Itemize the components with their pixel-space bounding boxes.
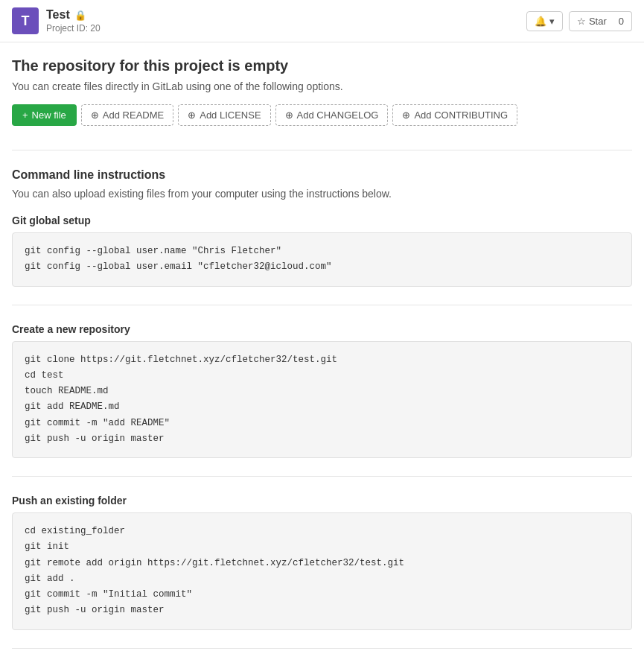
repo-empty-description: You can create files directly in GitLab … [12,80,632,92]
divider-4 [12,648,632,649]
avatar: T [12,7,39,34]
add-changelog-plus-icon: ⊕ [285,109,293,121]
chevron-down-icon: ▾ [549,16,555,27]
add-license-plus-icon: ⊕ [188,109,196,121]
add-contributing-plus-icon: ⊕ [402,109,410,121]
main-content: The repository for this project is empty… [0,42,644,651]
plus-icon: + [22,109,28,121]
divider-1 [12,150,632,150]
project-id-label: Project ID: 20 [46,23,101,34]
star-count: 0 [611,11,632,31]
cli-section-description: You can also upload existing files from … [12,188,632,200]
new-file-label: New file [32,109,66,121]
add-changelog-label: Add CHANGELOG [297,109,379,121]
project-title: Test 🔒 [46,8,101,22]
star-group: ☆ Star 0 [569,11,632,31]
project-info: Test 🔒 Project ID: 20 [46,8,101,34]
cli-section-title: Command line instructions [12,168,632,182]
add-readme-plus-icon: ⊕ [91,109,99,121]
add-readme-button[interactable]: ⊕ Add README [81,104,173,126]
add-contributing-button[interactable]: ⊕ Add CONTRIBUTING [392,104,517,126]
add-changelog-button[interactable]: ⊕ Add CHANGELOG [275,104,389,126]
star-icon: ☆ [577,16,586,27]
add-contributing-label: Add CONTRIBUTING [414,109,508,121]
repo-empty-title: The repository for this project is empty [12,57,632,74]
divider-3 [12,476,632,477]
new-file-button[interactable]: + New file [12,104,77,126]
header-right: 🔔 ▾ ☆ Star 0 [526,11,632,31]
push-existing-folder-code: cd existing_folder git init git remote a… [12,512,632,630]
bell-icon: 🔔 [535,16,546,27]
add-license-label: Add LICENSE [200,109,261,121]
page-header: T Test 🔒 Project ID: 20 🔔 ▾ ☆ Star 0 [0,0,644,42]
git-global-setup-code: git config --global user.name "Chris Fle… [12,232,632,287]
add-readme-label: Add README [103,109,164,121]
lock-icon: 🔒 [74,10,86,21]
divider-2 [12,305,632,305]
create-new-repo-code: git clone https://git.fletchnet.xyz/cfle… [12,341,632,459]
git-global-setup-title: Git global setup [12,215,632,226]
notifications-button[interactable]: 🔔 ▾ [526,11,563,31]
add-license-button[interactable]: ⊕ Add LICENSE [178,104,270,126]
star-label: Star [589,16,607,27]
push-existing-folder-title: Push an existing folder [12,495,632,506]
quick-actions-bar: + New file ⊕ Add README ⊕ Add LICENSE ⊕ … [12,104,632,126]
create-new-repo-title: Create a new repository [12,323,632,335]
project-name-label: Test [46,8,70,22]
header-left: T Test 🔒 Project ID: 20 [12,7,526,34]
star-button[interactable]: ☆ Star [569,11,615,31]
